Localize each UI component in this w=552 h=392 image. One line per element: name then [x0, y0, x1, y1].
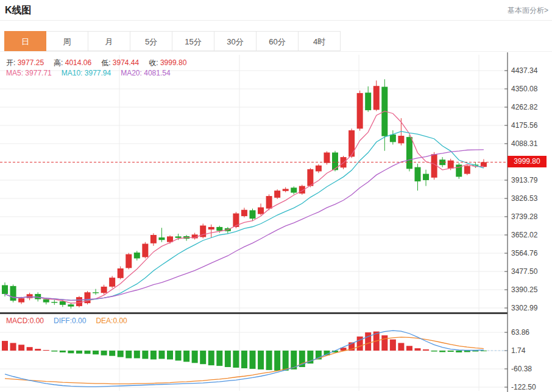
dea-value: DEA:0.00 [96, 317, 127, 325]
high-value: 高: 4014.06 [54, 58, 91, 68]
ma20-value: MA20: 4081.54 [121, 69, 170, 77]
macd-axis-label: 1.74 [511, 346, 550, 355]
ma10-value: MA10: 3977.94 [62, 69, 111, 77]
macd-value: MACD:0.00 [6, 317, 44, 325]
price-axis-label: 3739.28 [511, 212, 550, 221]
diff-value: DIFF:0.00 [54, 317, 86, 325]
kline-panel: K线图 基本面分析> 日周月5分15分30分60分4时 开: 3977.25 高… [0, 0, 552, 392]
price-axis-label: 3652.02 [511, 231, 550, 239]
price-axis-label: 3302.99 [511, 304, 550, 312]
current-price-badge: 3999.80 [508, 156, 547, 167]
open-value: 开: 3977.25 [6, 58, 44, 68]
macd-axis-label: -60.38 [511, 365, 550, 373]
close-value: 收: 3999.80 [149, 58, 186, 68]
price-axis-label: 3564.76 [511, 249, 550, 257]
price-axis-label: 3477.50 [511, 267, 550, 276]
price-axis-label: 4437.34 [511, 66, 550, 75]
pane-divider [0, 312, 508, 314]
macd-axis-label: -122.50 [511, 383, 550, 391]
price-axis-label: 4175.56 [511, 121, 550, 130]
ma5-value: MA5: 3977.71 [6, 69, 52, 77]
price-axis-label: 3826.53 [511, 194, 550, 203]
macd-histogram [2, 332, 487, 371]
price-axis-label: 3913.79 [511, 176, 550, 184]
price-axis-label: 4088.31 [511, 139, 550, 148]
macd-legend: MACD:0.00 DIFF:0.00 DEA:0.00 [6, 317, 127, 325]
macd-axis-label: 63.86 [511, 328, 550, 337]
ma5-line [5, 111, 484, 303]
price-axis-label: 4350.08 [511, 85, 550, 93]
price-axis-label: 4262.82 [511, 103, 550, 111]
ohlc-legend: 开: 3977.25 高: 4014.06 低: 3974.44 收: 3999… [6, 58, 186, 68]
low-value: 低: 3974.44 [101, 58, 139, 68]
ma20-line [5, 150, 484, 301]
price-axis-label: 3390.25 [511, 285, 550, 294]
ma-legend: MA5: 3977.71 MA10: 3977.94 MA20: 4081.54 [6, 69, 171, 77]
candles-group [2, 79, 487, 309]
